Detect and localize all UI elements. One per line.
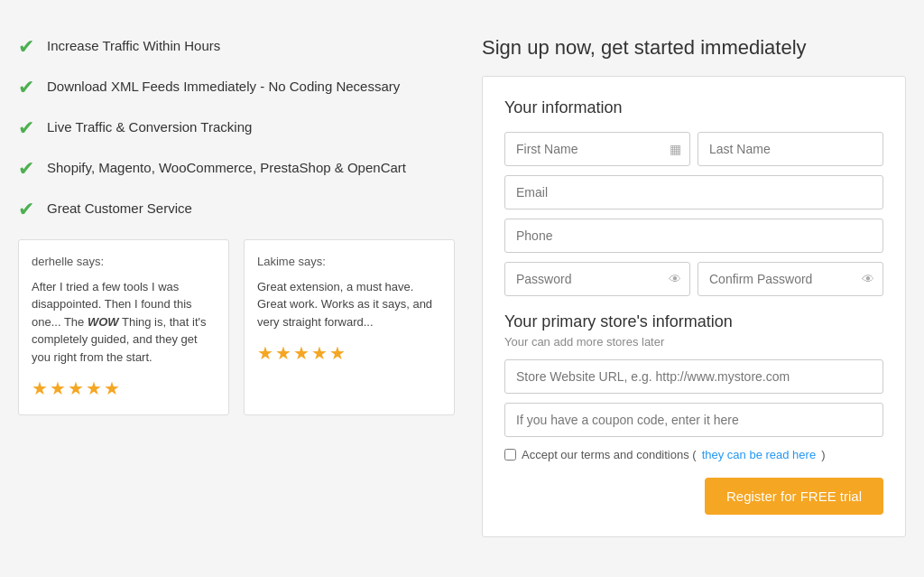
confirm-password-input[interactable]: [698, 262, 883, 296]
email-input[interactable]: [504, 175, 883, 209]
store-url-input[interactable]: [504, 359, 883, 394]
confirm-password-wrapper: 👁: [698, 262, 883, 296]
store-url-row: [504, 359, 883, 394]
phone-input[interactable]: [504, 219, 883, 253]
name-row: ▦: [504, 132, 883, 166]
right-panel: Sign up now, get started immediately You…: [482, 36, 906, 537]
feature-item: ✔ Shopify, Magento, WooCommerce, PrestaS…: [18, 158, 455, 179]
feature-text: Increase Traffic Within Hours: [47, 36, 220, 55]
terms-row: Accept our terms and conditions (they ca…: [504, 448, 883, 461]
password-input[interactable]: [504, 262, 690, 296]
terms-link[interactable]: they can be read here: [702, 448, 816, 461]
coupon-row: [504, 403, 883, 437]
feature-text: Shopify, Magento, WooCommerce, PrestaSho…: [47, 158, 406, 177]
check-icon: ✔: [18, 37, 34, 57]
check-icon: ✔: [18, 159, 34, 179]
terms-text: Accept our terms and conditions (: [522, 448, 697, 461]
feature-text: Download XML Feeds Immediately - No Codi…: [47, 77, 400, 96]
feature-item: ✔ Download XML Feeds Immediately - No Co…: [18, 77, 455, 98]
feature-item: ✔ Great Customer Service: [18, 199, 455, 219]
check-icon: ✔: [18, 78, 34, 98]
testimonial-card-2: Lakime says: Great extension, a must hav…: [244, 239, 455, 415]
terms-close-paren: ): [821, 448, 825, 461]
last-name-wrapper: [698, 132, 883, 166]
feature-text: Live Traffic & Conversion Tracking: [47, 117, 252, 136]
signup-form: Your information ▦: [482, 76, 906, 537]
password-wrapper: 👁: [504, 262, 690, 296]
page-title: Sign up now, get started immediately: [482, 36, 906, 60]
password-row: 👁 👁: [504, 262, 883, 296]
last-name-input[interactable]: [698, 132, 883, 166]
testimonial-1-author: derhelle says:: [32, 253, 216, 271]
feature-item: ✔ Increase Traffic Within Hours: [18, 36, 455, 57]
testimonial-card-1: derhelle says: After I tried a few tools…: [18, 239, 229, 415]
testimonial-2-text: Great extension, a must have. Great work…: [257, 278, 441, 331]
button-row: Register for FREE trial: [504, 478, 883, 515]
email-row: [504, 175, 883, 209]
first-name-wrapper: ▦: [504, 132, 690, 166]
store-heading: Your primary store's information: [504, 312, 883, 331]
testimonial-1-text: After I tried a few tools I was disappoi…: [32, 278, 216, 367]
store-subtext: Your can add more stores later: [504, 335, 883, 349]
coupon-input[interactable]: [504, 403, 883, 437]
your-info-heading: Your information: [504, 98, 883, 117]
testimonial-2-stars: ★★★★★: [257, 340, 441, 367]
testimonial-2-author: Lakime says:: [257, 253, 441, 271]
phone-row: [504, 219, 883, 253]
terms-checkbox[interactable]: [504, 449, 516, 461]
first-name-input[interactable]: [504, 132, 690, 166]
check-icon: ✔: [18, 200, 34, 219]
feature-item: ✔ Live Traffic & Conversion Tracking: [18, 117, 455, 138]
register-button[interactable]: Register for FREE trial: [705, 478, 883, 515]
left-panel: ✔ Increase Traffic Within Hours ✔ Downlo…: [18, 36, 455, 537]
testimonials-section: derhelle says: After I tried a few tools…: [18, 239, 455, 415]
check-icon: ✔: [18, 118, 34, 138]
feature-text: Great Customer Service: [47, 199, 192, 218]
testimonial-1-stars: ★★★★★: [32, 375, 216, 402]
